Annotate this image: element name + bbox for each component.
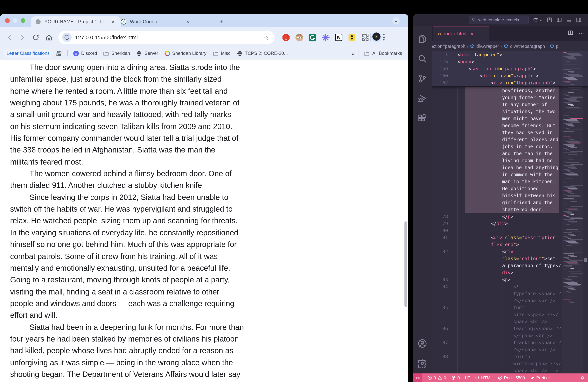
bookmark-sheridan[interactable]: Sheridan	[100, 49, 133, 58]
notifications-bell-icon[interactable]	[580, 375, 585, 380]
status-live-server-port[interactable]: Port : 5500	[498, 375, 525, 380]
notion-icon[interactable]: N	[335, 33, 343, 42]
desktop: YOUR NAME - Project 1: Lette × Word Coun…	[0, 0, 588, 382]
toggle-sidebar-button[interactable]	[556, 17, 562, 22]
tab-index-html[interactable]: <> index.html ×	[433, 26, 489, 41]
copilot-icon[interactable]	[533, 17, 539, 22]
circle-slash-icon	[498, 375, 503, 380]
run-debug-icon[interactable]	[418, 94, 427, 103]
minimize-window-button[interactable]	[13, 18, 18, 23]
close-tab-icon[interactable]: ×	[471, 31, 473, 37]
article-line: the 388 troops he led in Afghanistan, Si…	[10, 146, 408, 158]
site-info-icon[interactable]	[62, 33, 72, 42]
breadcrumb-item[interactable]: div.wrapper	[470, 44, 499, 49]
breadcrumb-item[interactable]: ection#paragraph	[432, 44, 465, 49]
zoom-window-button[interactable]	[21, 18, 25, 23]
apps-grid-icon	[56, 50, 62, 56]
source-control-icon[interactable]	[418, 74, 427, 83]
bookmarks-overflow-button[interactable]: »	[348, 50, 359, 56]
search-icon	[472, 17, 476, 22]
bookmark-misc[interactable]: Misc	[210, 49, 233, 58]
status-language-mode[interactable]: HTML	[475, 375, 493, 380]
status-forwarded-ports[interactable]: 0	[451, 375, 460, 380]
accounts-icon[interactable]	[418, 339, 427, 348]
article-line: Siatta had been in a deepening funk for …	[10, 323, 408, 335]
toggle-secondary-sidebar-button[interactable]	[576, 17, 581, 22]
command-center-search[interactable]: web-template-exercis	[469, 16, 529, 24]
profile-avatar[interactable]	[371, 32, 381, 42]
updown-icon[interactable]	[348, 33, 356, 42]
vscode-window: ← → web-template-exercis ⌄	[413, 14, 588, 382]
page-scrollbar[interactable]	[404, 221, 407, 307]
reload-button[interactable]	[32, 33, 40, 41]
breadcrumb[interactable]: ection#paragraph›div.wrapper›div#thepara…	[432, 41, 588, 51]
history-back-button[interactable]: ←	[450, 17, 455, 23]
back-button[interactable]	[5, 33, 13, 41]
purple-star-icon[interactable]	[321, 33, 330, 42]
forward-button[interactable]	[19, 33, 26, 41]
breadcrumb-item[interactable]: div#theparagraph	[504, 44, 545, 49]
article-line: The women cowered behind a flimsy bedroo…	[10, 169, 408, 181]
chrome-menu-button[interactable]	[383, 34, 384, 41]
grammarly-icon[interactable]	[308, 33, 316, 42]
minimap[interactable]	[562, 51, 583, 373]
bookmark-discord[interactable]: Discord	[70, 49, 100, 58]
search-sidebar-icon[interactable]	[418, 54, 427, 64]
customize-layout-button[interactable]	[546, 17, 552, 22]
article-line: shooting began. The Department of Vetera…	[10, 370, 408, 382]
more-actions-icon[interactable]: ⋯	[579, 30, 584, 37]
editor-scrollbar[interactable]	[583, 51, 588, 373]
tab-title: YOUR NAME - Project 1: Lette	[44, 19, 106, 24]
close-tab-icon[interactable]: ×	[185, 19, 190, 25]
bookmark-sheridan-library[interactable]: Sheridan Library	[161, 49, 210, 58]
close-window-button[interactable]	[5, 18, 10, 23]
settings-gear-icon[interactable]	[418, 359, 427, 368]
article: The door swung open into a dining area. …	[0, 60, 408, 382]
tab-label: index.html	[444, 31, 466, 37]
breadcrumb-item[interactable]: p	[549, 44, 558, 49]
status-bar: >< 000LFHTMLPort : 5500Prettier	[413, 373, 588, 382]
remote-indicator[interactable]: ><	[413, 373, 422, 382]
bookmark-label: Discord	[81, 51, 97, 56]
explorer-icon[interactable]	[418, 34, 427, 43]
close-tab-icon[interactable]: ×	[110, 19, 116, 25]
article-line: unforgiving as it was simple — being in …	[10, 358, 408, 370]
browser-tab-word-counter[interactable]: Word Counter ×	[117, 16, 214, 27]
bookmark-letter-classifications[interactable]: Letter Classifications	[3, 49, 53, 58]
extensions-row: N	[282, 33, 369, 42]
all-bookmarks-button[interactable]: All Bookmarks	[359, 50, 408, 57]
status-eol[interactable]: LF	[465, 375, 470, 380]
bookmark-tcps-2-core-20-[interactable]: TCPS 2: CORE-20...	[233, 49, 291, 58]
article-line: Since leaving the corps in 2012, Siatta …	[10, 193, 408, 205]
split-editor-icon[interactable]	[568, 30, 573, 37]
browser-tab-active[interactable]: YOUR NAME - Project 1: Lette ×	[31, 16, 121, 27]
bookmark-label: Misc	[221, 51, 231, 56]
article-line: effort and will.	[10, 311, 408, 323]
home-button[interactable]	[45, 33, 53, 41]
adblock-icon[interactable]	[282, 33, 290, 42]
puzzle-icon[interactable]	[361, 33, 369, 42]
url-text[interactable]: 127.0.0.1:5500/index.html	[75, 34, 262, 41]
toggle-panel-button[interactable]	[566, 17, 571, 22]
new-tab-button[interactable]: +	[217, 18, 226, 26]
address-bar[interactable]: 127.0.0.1:5500/index.html ☆	[58, 31, 274, 44]
article-line: Going to a restaurant, moving through kn…	[10, 276, 408, 287]
quill-favicon	[121, 19, 127, 25]
breadcrumb-separator: ›	[501, 44, 502, 48]
bookmark-star-icon[interactable]: ☆	[262, 33, 271, 42]
bookmark-apps[interactable]	[53, 49, 65, 58]
globe-favicon	[35, 19, 41, 25]
tab-search-button[interactable]: ⌄	[392, 17, 400, 24]
bookmarks-divider	[67, 50, 67, 56]
copilot-chevron-icon[interactable]: ⌄	[539, 18, 542, 22]
profile-face-icon[interactable]	[295, 33, 303, 42]
tab-title: Word Counter	[130, 19, 160, 24]
folder-icon	[103, 50, 109, 56]
history-forward-button[interactable]: →	[459, 17, 463, 23]
symbol-cube-icon	[504, 44, 509, 49]
status-problems[interactable]: 00	[427, 375, 446, 380]
extensions-icon[interactable]	[418, 114, 427, 123]
status-prettier[interactable]: Prettier	[530, 375, 550, 380]
code-editor[interactable]: 1<html lang="en">116<body>159<section id…	[432, 51, 588, 373]
bookmark-server[interactable]: Server	[133, 49, 161, 58]
